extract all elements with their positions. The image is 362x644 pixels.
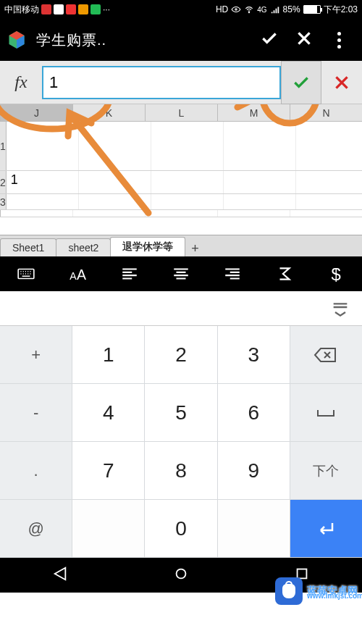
key-6[interactable]: 6 (218, 384, 290, 442)
cell[interactable] (224, 171, 296, 193)
font-style-button[interactable]: AA (59, 264, 96, 283)
col-header-k[interactable]: K (73, 104, 146, 121)
close-button[interactable] (287, 29, 321, 51)
row-header-3[interactable]: 3 (0, 194, 7, 209)
col-header-j[interactable]: J (1, 104, 73, 121)
key-space[interactable] (290, 384, 362, 442)
key-8[interactable]: 8 (145, 442, 217, 500)
key-backspace[interactable] (290, 326, 362, 384)
svg-text:$: $ (332, 264, 341, 283)
app-logo-icon[interactable] (6, 29, 28, 51)
row-header-2[interactable]: 2 (0, 171, 7, 193)
formula-input-wrap[interactable] (42, 66, 281, 99)
statusbar-more-icon: ··· (103, 4, 110, 14)
cell[interactable] (151, 122, 224, 170)
align-center-button[interactable] (163, 264, 199, 283)
formula-input[interactable] (49, 73, 274, 92)
cell[interactable] (73, 210, 146, 217)
nav-home-button[interactable] (173, 566, 189, 585)
key-minus[interactable]: - (0, 384, 72, 442)
svg-text:A: A (77, 267, 86, 283)
currency-button[interactable]: $ (318, 264, 354, 283)
cell[interactable] (79, 194, 151, 209)
hd-indicator: HD (216, 4, 228, 14)
app-bar: 学生购票.. (0, 19, 362, 61)
key-4[interactable]: 4 (72, 384, 145, 442)
cell[interactable] (1, 210, 73, 217)
nav-back-button[interactable] (52, 566, 68, 585)
key-enter[interactable] (290, 500, 362, 558)
formula-bar: fx (0, 61, 362, 104)
svg-point-1 (249, 12, 250, 13)
network-indicator: 4G (257, 6, 266, 14)
svg-text:A: A (70, 270, 77, 282)
sum-button[interactable] (266, 264, 303, 283)
key-0[interactable]: 0 (145, 500, 217, 558)
cell[interactable] (218, 210, 290, 217)
sheet-tab-2[interactable]: sheet2 (56, 238, 111, 256)
key-9[interactable]: 9 (218, 442, 290, 500)
battery-icon (303, 5, 321, 14)
numeric-keyboard: + 1 2 3 - 4 5 6 . 7 8 9 下个 @ 0 (0, 326, 362, 558)
key-dot[interactable]: . (0, 442, 72, 500)
keyboard-toggle-button[interactable] (8, 264, 44, 283)
fx-button[interactable]: fx (0, 72, 42, 92)
key-blank-right[interactable] (218, 500, 290, 558)
formula-confirm-button[interactable] (281, 61, 321, 104)
key-2[interactable]: 2 (145, 326, 217, 384)
spreadsheet-grid[interactable]: J K L M N 1 21 3 (0, 104, 362, 235)
col-header-l[interactable]: L (146, 104, 218, 121)
watermark-icon (275, 577, 303, 605)
wifi-icon (244, 4, 254, 14)
keyboard-collapse-bar (0, 291, 362, 326)
status-bar: 中国移动 ··· HD 4G 85% 下午2:03 (0, 0, 362, 19)
sheet-tab-1[interactable]: Sheet1 (0, 238, 56, 256)
statusbar-app-icon (78, 4, 88, 14)
carrier-label: 中国移动 (4, 4, 39, 16)
statusbar-app-icon (90, 4, 101, 14)
watermark: 蓝莓安卓网 www.lmkjst.com (275, 577, 358, 605)
sheet-tabs: Sheet1 sheet2 退学休学等 + (0, 235, 362, 256)
key-5[interactable]: 5 (145, 384, 217, 442)
key-7[interactable]: 7 (72, 442, 145, 500)
key-blank-left[interactable] (72, 500, 145, 558)
cell[interactable] (7, 122, 79, 170)
key-3[interactable]: 3 (218, 326, 290, 384)
add-sheet-button[interactable]: + (185, 241, 205, 256)
format-toolbar: AA $ (0, 256, 362, 291)
accept-button[interactable] (252, 29, 287, 51)
cell[interactable] (79, 122, 151, 170)
cell[interactable] (296, 194, 362, 209)
cell[interactable] (146, 210, 218, 217)
cell[interactable] (7, 194, 79, 209)
row-header-1[interactable]: 1 (0, 122, 7, 170)
statusbar-app-icon (66, 4, 76, 14)
battery-pct: 85% (283, 4, 300, 14)
cell[interactable] (224, 194, 296, 209)
col-header-n[interactable]: N (290, 104, 362, 121)
col-header-m[interactable]: M (218, 104, 290, 121)
key-next[interactable]: 下个 (290, 442, 362, 500)
cell[interactable] (290, 210, 362, 217)
watermark-url: www.lmkjst.com (307, 592, 362, 600)
cell[interactable] (296, 171, 362, 193)
cell[interactable] (296, 122, 362, 170)
signal-icon (270, 4, 280, 14)
svg-point-0 (235, 9, 237, 10)
collapse-keyboard-button[interactable] (330, 297, 350, 320)
key-at[interactable]: @ (0, 500, 72, 558)
cell[interactable] (79, 171, 151, 193)
overflow-menu-button[interactable] (321, 32, 356, 49)
cell[interactable] (151, 171, 224, 193)
key-1[interactable]: 1 (72, 326, 145, 384)
align-left-button[interactable] (111, 264, 148, 283)
formula-cancel-button[interactable] (321, 61, 362, 104)
document-title: 学生购票.. (36, 30, 106, 50)
sheet-tab-3[interactable]: 退学休学等 (110, 237, 185, 256)
cell[interactable] (151, 194, 224, 209)
cell[interactable] (224, 122, 296, 170)
align-right-button[interactable] (214, 264, 251, 283)
key-plus[interactable]: + (0, 326, 72, 384)
active-cell-j2[interactable]: 1 (7, 171, 79, 193)
svg-point-11 (177, 569, 186, 579)
